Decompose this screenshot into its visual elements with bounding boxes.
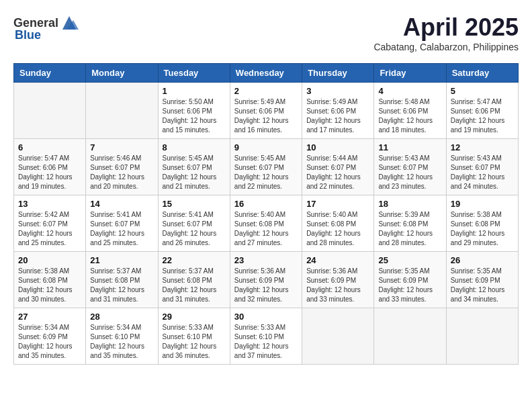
logo-blue: Blue <box>15 28 41 42</box>
day-info: Sunrise: 5:45 AM Sunset: 6:07 PM Dayligh… <box>163 154 226 191</box>
calendar-cell: 10Sunrise: 5:44 AM Sunset: 6:07 PM Dayli… <box>302 139 374 195</box>
calendar-cell: 19Sunrise: 5:38 AM Sunset: 6:08 PM Dayli… <box>446 195 518 252</box>
day-info: Sunrise: 5:33 AM Sunset: 6:10 PM Dayligh… <box>234 323 298 361</box>
day-info: Sunrise: 5:40 AM Sunset: 6:08 PM Dayligh… <box>234 210 298 248</box>
day-number: 13 <box>18 199 81 209</box>
day-number: 18 <box>378 199 441 209</box>
weekday-header-row: SundayMondayTuesdayWednesdayThursdayFrid… <box>14 64 519 83</box>
day-info: Sunrise: 5:49 AM Sunset: 6:06 PM Dayligh… <box>306 97 369 135</box>
day-info: Sunrise: 5:39 AM Sunset: 6:08 PM Dayligh… <box>378 210 441 248</box>
day-number: 17 <box>306 199 369 209</box>
day-info: Sunrise: 5:46 AM Sunset: 6:07 PM Dayligh… <box>90 154 153 191</box>
day-number: 21 <box>90 255 153 265</box>
calendar-cell <box>446 308 518 365</box>
day-info: Sunrise: 5:47 AM Sunset: 6:06 PM Dayligh… <box>18 154 81 191</box>
calendar-cell: 13Sunrise: 5:42 AM Sunset: 6:07 PM Dayli… <box>14 195 86 252</box>
calendar-cell: 29Sunrise: 5:33 AM Sunset: 6:10 PM Dayli… <box>158 308 230 365</box>
calendar-cell: 18Sunrise: 5:39 AM Sunset: 6:08 PM Dayli… <box>374 195 446 252</box>
calendar-cell: 30Sunrise: 5:33 AM Sunset: 6:10 PM Dayli… <box>230 308 302 365</box>
day-number: 1 <box>163 86 226 96</box>
day-info: Sunrise: 5:41 AM Sunset: 6:07 PM Dayligh… <box>90 210 153 248</box>
day-number: 14 <box>90 199 153 209</box>
day-number: 22 <box>163 255 226 265</box>
calendar-week-1: 1Sunrise: 5:50 AM Sunset: 6:06 PM Daylig… <box>14 83 519 139</box>
day-number: 24 <box>306 255 369 265</box>
calendar-cell: 14Sunrise: 5:41 AM Sunset: 6:07 PM Dayli… <box>86 195 158 252</box>
day-number: 29 <box>163 312 226 322</box>
calendar-cell: 11Sunrise: 5:43 AM Sunset: 6:07 PM Dayli… <box>374 139 446 195</box>
day-number: 6 <box>18 142 81 152</box>
calendar-cell: 12Sunrise: 5:43 AM Sunset: 6:07 PM Dayli… <box>446 139 518 195</box>
day-number: 30 <box>234 312 298 322</box>
calendar-cell <box>374 308 446 365</box>
day-info: Sunrise: 5:38 AM Sunset: 6:08 PM Dayligh… <box>451 210 514 248</box>
calendar: SundayMondayTuesdayWednesdayThursdayFrid… <box>13 63 519 365</box>
calendar-week-4: 20Sunrise: 5:38 AM Sunset: 6:08 PM Dayli… <box>14 252 519 308</box>
day-number: 7 <box>90 142 153 152</box>
calendar-cell: 25Sunrise: 5:35 AM Sunset: 6:09 PM Dayli… <box>374 252 446 308</box>
calendar-cell: 9Sunrise: 5:45 AM Sunset: 6:07 PM Daylig… <box>230 139 302 195</box>
calendar-week-2: 6Sunrise: 5:47 AM Sunset: 6:06 PM Daylig… <box>14 139 519 195</box>
day-info: Sunrise: 5:34 AM Sunset: 6:09 PM Dayligh… <box>18 323 81 361</box>
day-number: 9 <box>234 142 298 152</box>
day-info: Sunrise: 5:36 AM Sunset: 6:09 PM Dayligh… <box>306 267 369 304</box>
calendar-cell: 26Sunrise: 5:35 AM Sunset: 6:09 PM Dayli… <box>446 252 518 308</box>
day-number: 26 <box>451 255 514 265</box>
day-info: Sunrise: 5:35 AM Sunset: 6:09 PM Dayligh… <box>378 267 441 304</box>
month-title: April 2025 <box>373 13 519 42</box>
day-number: 8 <box>163 142 226 152</box>
logo: General Blue <box>13 13 79 42</box>
weekday-header-friday: Friday <box>374 64 446 83</box>
location-title: Cabatang, Calabarzon, Philippines <box>373 42 519 52</box>
day-info: Sunrise: 5:41 AM Sunset: 6:07 PM Dayligh… <box>163 210 226 248</box>
logo-icon <box>60 13 79 32</box>
calendar-cell <box>302 308 374 365</box>
day-info: Sunrise: 5:44 AM Sunset: 6:07 PM Dayligh… <box>306 154 369 191</box>
day-number: 28 <box>90 312 153 322</box>
calendar-cell: 17Sunrise: 5:40 AM Sunset: 6:08 PM Dayli… <box>302 195 374 252</box>
weekday-header-saturday: Saturday <box>446 64 518 83</box>
header: General Blue April 2025 Cabatang, Calaba… <box>13 13 519 52</box>
day-info: Sunrise: 5:33 AM Sunset: 6:10 PM Dayligh… <box>163 323 226 361</box>
day-number: 4 <box>378 86 441 96</box>
calendar-cell: 22Sunrise: 5:37 AM Sunset: 6:08 PM Dayli… <box>158 252 230 308</box>
day-info: Sunrise: 5:37 AM Sunset: 6:08 PM Dayligh… <box>90 267 153 304</box>
day-number: 20 <box>18 255 81 265</box>
day-info: Sunrise: 5:35 AM Sunset: 6:09 PM Dayligh… <box>451 267 514 304</box>
day-info: Sunrise: 5:48 AM Sunset: 6:06 PM Dayligh… <box>378 97 441 135</box>
title-section: April 2025 Cabatang, Calabarzon, Philipp… <box>373 13 519 52</box>
calendar-cell: 3Sunrise: 5:49 AM Sunset: 6:06 PM Daylig… <box>302 83 374 139</box>
day-number: 12 <box>451 142 514 152</box>
calendar-cell: 21Sunrise: 5:37 AM Sunset: 6:08 PM Dayli… <box>86 252 158 308</box>
day-number: 3 <box>306 86 369 96</box>
calendar-cell: 23Sunrise: 5:36 AM Sunset: 6:09 PM Dayli… <box>230 252 302 308</box>
calendar-week-3: 13Sunrise: 5:42 AM Sunset: 6:07 PM Dayli… <box>14 195 519 252</box>
calendar-cell: 6Sunrise: 5:47 AM Sunset: 6:06 PM Daylig… <box>14 139 86 195</box>
day-number: 2 <box>234 86 298 96</box>
day-info: Sunrise: 5:47 AM Sunset: 6:06 PM Dayligh… <box>451 97 514 135</box>
day-number: 25 <box>378 255 441 265</box>
day-number: 16 <box>234 199 298 209</box>
day-number: 15 <box>163 199 226 209</box>
day-info: Sunrise: 5:49 AM Sunset: 6:06 PM Dayligh… <box>234 97 298 135</box>
day-info: Sunrise: 5:50 AM Sunset: 6:06 PM Dayligh… <box>163 97 226 135</box>
calendar-cell: 27Sunrise: 5:34 AM Sunset: 6:09 PM Dayli… <box>14 308 86 365</box>
calendar-cell: 7Sunrise: 5:46 AM Sunset: 6:07 PM Daylig… <box>86 139 158 195</box>
calendar-cell: 4Sunrise: 5:48 AM Sunset: 6:06 PM Daylig… <box>374 83 446 139</box>
day-number: 5 <box>451 86 514 96</box>
weekday-header-wednesday: Wednesday <box>230 64 302 83</box>
calendar-cell: 8Sunrise: 5:45 AM Sunset: 6:07 PM Daylig… <box>158 139 230 195</box>
day-info: Sunrise: 5:45 AM Sunset: 6:07 PM Dayligh… <box>234 154 298 191</box>
calendar-cell: 2Sunrise: 5:49 AM Sunset: 6:06 PM Daylig… <box>230 83 302 139</box>
calendar-cell: 28Sunrise: 5:34 AM Sunset: 6:10 PM Dayli… <box>86 308 158 365</box>
day-info: Sunrise: 5:43 AM Sunset: 6:07 PM Dayligh… <box>378 154 441 191</box>
calendar-cell: 16Sunrise: 5:40 AM Sunset: 6:08 PM Dayli… <box>230 195 302 252</box>
day-number: 23 <box>234 255 298 265</box>
calendar-cell <box>86 83 158 139</box>
day-info: Sunrise: 5:40 AM Sunset: 6:08 PM Dayligh… <box>306 210 369 248</box>
weekday-header-monday: Monday <box>86 64 158 83</box>
calendar-cell: 24Sunrise: 5:36 AM Sunset: 6:09 PM Dayli… <box>302 252 374 308</box>
calendar-cell: 1Sunrise: 5:50 AM Sunset: 6:06 PM Daylig… <box>158 83 230 139</box>
day-info: Sunrise: 5:42 AM Sunset: 6:07 PM Dayligh… <box>18 210 81 248</box>
calendar-cell: 15Sunrise: 5:41 AM Sunset: 6:07 PM Dayli… <box>158 195 230 252</box>
